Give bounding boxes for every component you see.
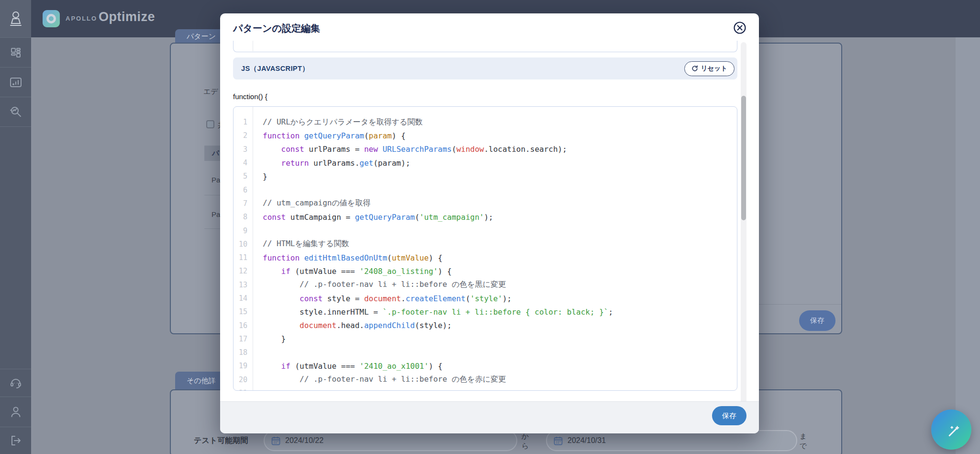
line-number: 12 (234, 267, 253, 275)
code-line[interactable]: 4 return urlParams.get(param); (234, 156, 737, 170)
line-number: 3 (234, 145, 253, 154)
screen: APOLLO Optimize (0, 0, 980, 454)
function-wrapper-prefix: function() { (233, 92, 267, 101)
modal-title: パターンの設定編集 (233, 22, 320, 35)
reset-button-label: リセット (701, 64, 727, 73)
line-number: 20 (234, 375, 253, 384)
brand-prefix: APOLLO (66, 15, 97, 22)
line-number: 5 (234, 172, 253, 181)
line-code: // URLからクエリパラメータを取得する関数 (253, 117, 423, 127)
brand-name: Optimize (99, 10, 155, 24)
tab-other-details-label: その他詳 (187, 377, 216, 384)
code-line[interactable]: 6 (234, 183, 737, 196)
code-line[interactable]: 15 style.innerHTML = `.p-footer-nav li +… (234, 305, 737, 318)
line-code: style.innerHTML = `.p-footer-nav li + li… (253, 307, 613, 317)
line-number: 13 (234, 281, 253, 289)
report-icon (10, 77, 22, 88)
line-code: } (253, 172, 267, 181)
shared-checkbox[interactable] (206, 120, 214, 128)
line-code: } (253, 334, 286, 343)
line-code: // utm_campaignの値を取得 (253, 198, 370, 208)
line-number: 14 (234, 294, 253, 303)
page-scroll-area[interactable] (956, 37, 980, 454)
magic-assistant-fab[interactable] (931, 409, 971, 450)
line-code: if (utmValue === '2408_ao_listing') { (253, 267, 452, 276)
pattern-row-1[interactable]: Pa (212, 176, 221, 184)
js-section-header: JS（JAVASCRIPT） リセット (233, 57, 737, 79)
code-line[interactable]: 11function editHtmlBasedOnUtm(utmValue) … (234, 251, 737, 264)
line-number: 18 (234, 348, 253, 357)
date-to-value: 2024/10/31 (568, 436, 606, 445)
modal-footer: 保存 (220, 401, 759, 433)
app-logo-icon (43, 10, 60, 27)
code-line[interactable]: 16 document.head.appendChild(style); (234, 318, 737, 332)
line-number: 19 (234, 362, 253, 370)
logout-icon (10, 434, 22, 447)
js-section-label: JS（JAVASCRIPT） (241, 64, 309, 73)
sidebar-item-dashboard[interactable] (0, 37, 31, 67)
sidebar (0, 0, 31, 454)
refresh-icon (691, 65, 698, 72)
modal-scrollbar[interactable] (741, 42, 746, 410)
code-line[interactable]: 2function getQueryParam(param) { (234, 129, 737, 142)
sidebar-item-logout[interactable] (0, 427, 31, 454)
line-code: function getQueryParam(param) { (253, 131, 406, 140)
line-number: 17 (234, 335, 253, 343)
line-number: 11 (234, 253, 253, 262)
sidebar-item-account[interactable] (0, 397, 31, 427)
row-divider (204, 195, 220, 195)
save-button[interactable]: 保存 (712, 406, 746, 425)
code-line[interactable]: 19 if (utmValue === '2410_ao_x1001') { (234, 359, 737, 373)
code-line[interactable]: 17 } (234, 332, 737, 346)
modal-close-button[interactable] (733, 21, 747, 35)
astronaut-icon (9, 11, 23, 27)
code-line[interactable]: 20 // .p-footer-nav li + li::before の色を赤… (234, 373, 737, 386)
code-line[interactable]: 1// URLからクエリパラメータを取得する関数 (234, 115, 737, 129)
code-line[interactable]: 14 const style = document.createElement(… (234, 292, 737, 305)
line-number: 16 (234, 321, 253, 330)
line-number: 8 (234, 213, 253, 221)
date-from-suffix: から (521, 431, 529, 451)
dashboard-icon (10, 47, 22, 58)
code-line[interactable]: 13 // .p-footer-nav li + li::before の色を黒… (234, 278, 737, 292)
sidebar-item-support[interactable] (0, 369, 31, 397)
test-period-label: テスト可能期間 (194, 436, 248, 446)
tab-other-details[interactable]: その他詳 (175, 372, 225, 389)
line-number: 15 (234, 307, 253, 316)
code-line[interactable]: 21 const style = document.createElement(… (234, 386, 737, 391)
code-line[interactable]: 8const utmCampaign = getQueryParam('utm_… (234, 210, 737, 224)
code-line[interactable]: 5} (234, 170, 737, 183)
code-line[interactable]: 3 const urlParams = new URLSearchParams(… (234, 143, 737, 156)
sidebar-item-report[interactable] (0, 67, 31, 97)
line-code: const style = document.createElement('st… (253, 294, 512, 303)
analytics-search-icon (10, 106, 22, 118)
row-divider (204, 228, 220, 229)
tab-pattern-label: パターン (187, 33, 216, 40)
line-code: const utmCampaign = getQueryParam('utm_c… (253, 213, 493, 222)
line-code: const style = document.createElement('st… (253, 389, 512, 391)
calendar-icon (554, 436, 563, 445)
code-line[interactable]: 7// utm_campaignの値を取得 (234, 197, 737, 210)
panel-footer-divider (759, 304, 841, 305)
close-icon (733, 21, 747, 35)
code-editor[interactable]: 1// URLからクエリパラメータを取得する関数2function getQue… (233, 106, 737, 391)
line-number: 4 (234, 159, 253, 167)
line-number: 6 (234, 186, 253, 194)
code-line[interactable]: 12 if (utmValue === '2408_ao_listing') { (234, 264, 737, 278)
editor-label: エデ (203, 87, 220, 96)
date-from-value: 2024/10/22 (285, 436, 323, 445)
code-line[interactable]: 9 (234, 224, 737, 237)
line-code: if (utmValue === '2410_ao_x1001') { (253, 362, 443, 371)
calendar-icon (271, 436, 280, 445)
sidebar-item-home[interactable] (0, 0, 31, 37)
reset-button[interactable]: リセット (684, 61, 735, 76)
sidebar-item-analytics[interactable] (0, 97, 31, 127)
code-line[interactable]: 18 (234, 346, 737, 359)
modal-scrollbar-thumb[interactable] (741, 96, 746, 220)
line-number: 21 (234, 389, 253, 391)
code-line[interactable]: 10// HTMLを編集する関数 (234, 238, 737, 251)
line-code: function editHtmlBasedOnUtm(utmValue) { (253, 253, 443, 262)
panel-save-button[interactable]: 保存 (799, 310, 835, 331)
tab-pattern[interactable]: パターン (175, 29, 225, 43)
pattern-row-2[interactable]: Pa (212, 210, 221, 218)
